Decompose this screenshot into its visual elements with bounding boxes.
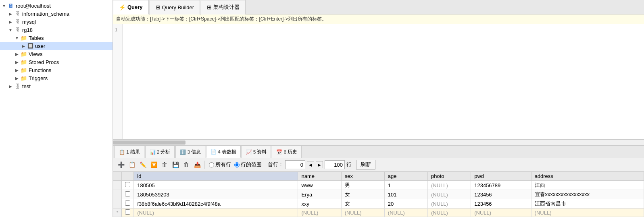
- tab-schema-designer[interactable]: ⊞ 架构设计器: [201, 0, 246, 14]
- toggle-functions[interactable]: ▶: [14, 67, 20, 73]
- toolbar-btn-3[interactable]: ✏️: [138, 160, 148, 169]
- info-icon: ℹ️: [180, 149, 186, 155]
- cell-photo: (NULL): [428, 209, 471, 217]
- query-editor[interactable]: [123, 24, 644, 139]
- radio-all-label[interactable]: 所有行: [209, 161, 231, 168]
- first-row-input[interactable]: [285, 160, 305, 169]
- line-numbers: 1: [113, 24, 123, 139]
- row-checkbox-cell[interactable]: [122, 209, 134, 217]
- row-checkbox[interactable]: [125, 182, 130, 187]
- toolbar-btn-2[interactable]: 📋: [127, 160, 137, 169]
- toolbar-btn-4[interactable]: 🔽: [149, 160, 158, 169]
- query-scrollbar[interactable]: [113, 139, 644, 145]
- tree-item-rg18[interactable]: ▼ 🗄 rg18: [0, 26, 113, 34]
- tab-resource[interactable]: 📈 5 资料: [242, 146, 271, 158]
- history-num: 6: [283, 149, 286, 155]
- cell-address: 江西: [531, 181, 644, 190]
- bottom-section: 📋 1 结果 📊 2 分析 ℹ️ 3 信息 📄 4 表数据 📈 5: [113, 145, 644, 217]
- toggle-user[interactable]: ▶: [20, 43, 27, 49]
- toolbar-btn-5[interactable]: 🗑: [160, 160, 169, 169]
- tab-info[interactable]: ℹ️ 3 信息: [175, 146, 205, 158]
- cell-name: (NULL): [298, 209, 341, 217]
- tree-item-functions[interactable]: ▶ 📁 Functions: [0, 66, 113, 74]
- db-icon-test: 🗄: [14, 83, 21, 89]
- nav-next-btn[interactable]: ▶: [316, 161, 323, 168]
- cell-name: xxy: [298, 199, 341, 209]
- cell-address: 宜春xxxxxxxxxxxxxxxxx: [531, 190, 644, 199]
- toggle-information-schema[interactable]: ▶: [7, 10, 14, 17]
- nav-prev-btn[interactable]: ◀: [307, 161, 314, 168]
- radio-range-label[interactable]: 行的范围: [234, 161, 262, 168]
- cell-photo: (NULL): [428, 181, 471, 190]
- db-icon-mysql: 🗄: [14, 19, 21, 25]
- table-row[interactable]: 18050539203Erya女101(NULL)123456宜春xxxxxxx…: [113, 190, 644, 199]
- tab-query[interactable]: ⚡ Query: [113, 0, 149, 14]
- row-checkbox-cell[interactable]: [122, 199, 134, 209]
- toggle-root[interactable]: ▼: [1, 2, 7, 9]
- row-checkbox[interactable]: [125, 209, 130, 215]
- folder-icon-storedprocs: 📁: [20, 59, 27, 65]
- query-area: 自动完成功能：[Tab]->下一标签；[Ctrl+Space]->列出匹配的标签…: [113, 14, 644, 145]
- tree-item-test[interactable]: ▶ 🗄 test: [0, 82, 113, 90]
- col-marker: [113, 172, 122, 181]
- col-header-address: address: [531, 172, 644, 181]
- schema-icon: ⊞: [207, 4, 212, 10]
- tree-item-root[interactable]: ▼ 🖥 root@localhost: [0, 2, 113, 10]
- toolbar-btn-1[interactable]: ➕: [116, 160, 126, 169]
- table-body: 180505www男1(NULL)123456789江西18050539203E…: [113, 181, 644, 217]
- refresh-button[interactable]: 刷新: [356, 160, 375, 169]
- tree-label-rg18: rg18: [22, 27, 33, 33]
- resource-icon: 📈: [246, 149, 252, 155]
- row-count-input[interactable]: [325, 160, 345, 169]
- col-header-id: id: [134, 172, 298, 181]
- tree-item-triggers[interactable]: ▶ 📁 Triggers: [0, 74, 113, 82]
- tree-item-tables[interactable]: ▼ 📁 Tables: [0, 34, 113, 42]
- radio-all[interactable]: [209, 162, 214, 167]
- analysis-num: 2: [157, 149, 160, 155]
- tree-item-mysql[interactable]: ▶ 🗄 mysql: [0, 18, 113, 26]
- toolbar-btn-7[interactable]: 🗑: [181, 160, 191, 169]
- tree-label-storedprocs: Stored Procs: [29, 59, 59, 65]
- line-number-1: 1: [115, 27, 121, 33]
- row-marker: [113, 199, 122, 209]
- tab-history[interactable]: 📅 6 历史: [272, 146, 302, 158]
- tree-item-storedprocs[interactable]: ▶ 📁 Stored Procs: [0, 58, 113, 66]
- info-label: 信息: [191, 149, 201, 155]
- toolbar-btn-8[interactable]: 📤: [192, 160, 202, 169]
- table-row[interactable]: f38b8f6ale6c43bl9d148282c4f9f48axxy女20(N…: [113, 199, 644, 209]
- first-row-label: 首行：: [268, 161, 283, 168]
- tab-tabledata[interactable]: 📄 4 表数据: [206, 146, 241, 158]
- toggle-mysql[interactable]: ▶: [7, 19, 14, 25]
- tab-analysis[interactable]: 📊 2 分析: [145, 146, 175, 158]
- cell-address: 江西省南昌市: [531, 199, 644, 209]
- row-checkbox-cell[interactable]: [122, 181, 134, 190]
- row-checkbox[interactable]: [125, 191, 130, 196]
- cell-id: f38b8f6ale6c43bl9d148282c4f9f48a: [134, 199, 298, 209]
- table-row[interactable]: 180505www男1(NULL)123456789江西: [113, 181, 644, 190]
- tree-label-views: Views: [29, 51, 42, 57]
- col-header-name: name: [298, 172, 341, 181]
- tab-query-builder[interactable]: ⊞ Query Builder: [150, 0, 200, 14]
- tree-panel: ▼ 🖥 root@localhost ▶ 🗄 information_schem…: [0, 0, 113, 217]
- tree-item-views[interactable]: ▶ 📁 Views: [0, 50, 113, 58]
- radio-range-text: 行的范围: [241, 161, 262, 168]
- toggle-rg18[interactable]: ▼: [7, 27, 14, 33]
- row-checkbox[interactable]: [125, 200, 130, 206]
- tree-item-information-schema[interactable]: ▶ 🗄 information_schema: [0, 10, 113, 18]
- toolbar-btn-6[interactable]: 💾: [171, 160, 180, 169]
- row-checkbox-cell[interactable]: [122, 190, 134, 199]
- toggle-storedprocs[interactable]: ▶: [14, 59, 20, 65]
- tree-item-user[interactable]: ▶ 🔲 user: [0, 42, 113, 50]
- tab-result[interactable]: 📋 1 结果: [115, 146, 144, 158]
- toolbar-row: ➕ 📋 ✏️ 🔽 🗑 💾 🗑 📤 所有行 行的范围 首行：: [113, 158, 644, 172]
- radio-range[interactable]: [234, 162, 240, 167]
- col-header-photo: photo: [428, 172, 471, 181]
- tabledata-icon: 📄: [210, 149, 217, 155]
- toggle-tables[interactable]: ▼: [14, 35, 20, 41]
- toggle-test[interactable]: ▶: [7, 83, 14, 89]
- toggle-triggers[interactable]: ▶: [14, 75, 20, 81]
- toggle-views[interactable]: ▶: [14, 51, 20, 57]
- querybuilder-icon: ⊞: [156, 4, 160, 10]
- table-row[interactable]: *(NULL)(NULL)(NULL)(NULL)(NULL)(NULL)(NU…: [113, 209, 644, 217]
- cell-age: (NULL): [384, 209, 427, 217]
